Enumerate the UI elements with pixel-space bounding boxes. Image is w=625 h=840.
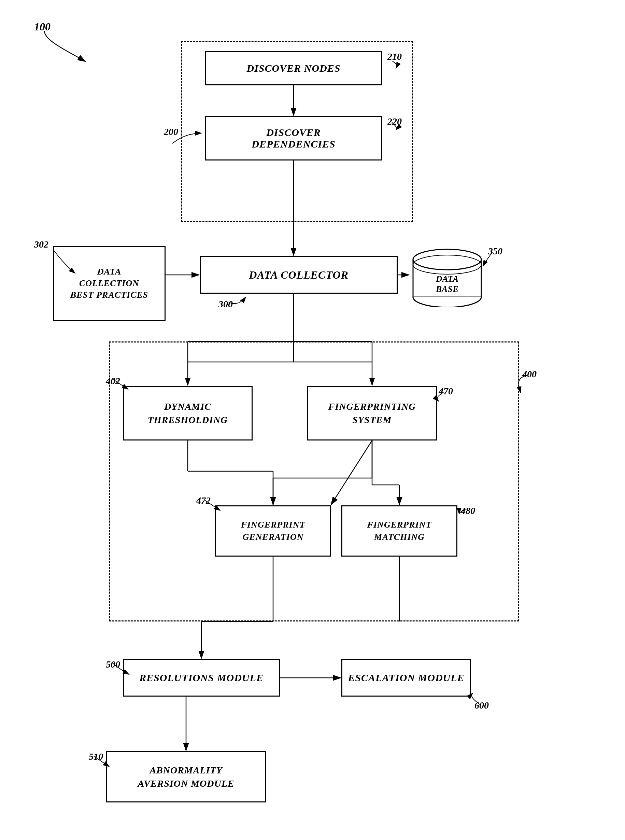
ref-300: 300 bbox=[218, 299, 233, 310]
ref-200: 200 bbox=[164, 126, 178, 137]
ref-600: 600 bbox=[474, 700, 489, 711]
escalation-module-box: ESCALATION MODULE bbox=[341, 659, 471, 697]
discover-deps-label: DISCOVER DEPENDENCIES bbox=[252, 127, 335, 150]
ref-470: 470 bbox=[438, 386, 453, 397]
ref-402: 402 bbox=[106, 376, 120, 387]
svg-point-1 bbox=[413, 249, 481, 270]
data-collection-box: DATA COLLECTION BEST PRACTICES bbox=[53, 246, 166, 321]
analysis-group-box bbox=[109, 341, 519, 621]
abnormality-label: ABNORMALITY AVERSION MODULE bbox=[138, 764, 235, 790]
fingerprint-gen-label: FINGERPRINT GENERATION bbox=[241, 519, 306, 544]
dynamic-threshold-label: DYNAMIC THRESHOLDING bbox=[148, 400, 228, 426]
dynamic-thresholding-box: DYNAMIC THRESHOLDING bbox=[123, 386, 253, 440]
abnormality-aversion-box: ABNORMALITY AVERSION MODULE bbox=[106, 751, 266, 803]
data-collection-label: DATA COLLECTION BEST PRACTICES bbox=[70, 266, 148, 300]
ref-100: 100 bbox=[34, 20, 51, 33]
ref-350: 350 bbox=[488, 246, 502, 257]
resolutions-module-box: RESOLUTIONS MODULE bbox=[123, 659, 280, 697]
ref-472: 472 bbox=[196, 495, 211, 506]
ref-480: 480 bbox=[461, 506, 475, 516]
ref-510: 510 bbox=[89, 751, 103, 762]
fingerprinting-system-label: FINGERPRINTING SYSTEM bbox=[328, 400, 416, 426]
svg-text:BASE: BASE bbox=[435, 284, 459, 294]
ref-220: 220 bbox=[387, 116, 402, 127]
fingerprinting-system-box: FINGERPRINTING SYSTEM bbox=[307, 386, 437, 440]
ref-500: 500 bbox=[106, 659, 120, 670]
discover-dependencies-box: DISCOVER DEPENDENCIES bbox=[205, 116, 382, 160]
fingerprint-matching-box: FINGERPRINT MATCHING bbox=[341, 506, 457, 557]
diagram-container: 100 200 DISCOVER NODES 210 DISCOVER DEPE… bbox=[0, 0, 625, 840]
svg-text:DATA: DATA bbox=[435, 274, 459, 284]
fingerprint-generation-box: FINGERPRINT GENERATION bbox=[215, 506, 331, 557]
discover-nodes-box: DISCOVER NODES bbox=[205, 51, 382, 86]
ref-210: 210 bbox=[387, 51, 402, 62]
fingerprint-match-label: FINGERPRINT MATCHING bbox=[367, 519, 432, 544]
ref-302: 302 bbox=[34, 239, 48, 250]
data-collector-box: DATA COLLECTOR bbox=[200, 256, 398, 294]
ref-400: 400 bbox=[522, 369, 536, 380]
database-shape: DATA BASE bbox=[410, 246, 485, 307]
